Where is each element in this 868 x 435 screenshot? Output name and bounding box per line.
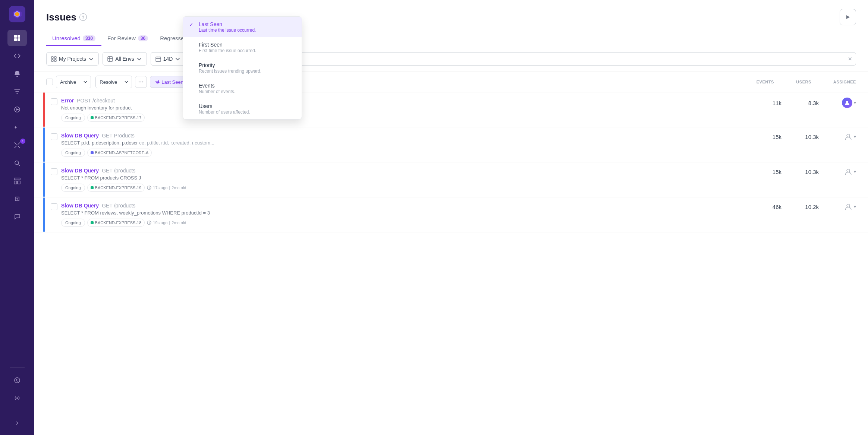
sidebar-item-explore[interactable]: [7, 155, 27, 171]
sort-option-priority[interactable]: ✓ Priority Recent issues trending upward…: [183, 58, 302, 78]
assignee-cell: ▾: [819, 98, 856, 108]
sort-option-label: Priority: [199, 62, 261, 68]
sidebar-item-code[interactable]: [7, 48, 27, 64]
issue-description: SELECT * FROM reviews, weekly_promotions…: [61, 210, 322, 216]
users-metric: 10.3k: [781, 169, 819, 175]
row-checkbox[interactable]: [51, 203, 57, 210]
my-projects-filter[interactable]: My Projects: [46, 52, 99, 66]
sidebar-item-replays[interactable]: [7, 119, 27, 136]
issue-tags: Ongoing BACKEND-EXPRESS-18 19s ago | 2mo…: [61, 219, 744, 227]
sort-option-first-seen[interactable]: ✓ First Seen First time the issue occurr…: [183, 37, 302, 58]
resolve-button[interactable]: Resolve: [96, 76, 121, 88]
issue-type: Slow DB Query: [61, 133, 99, 139]
assignee-chevron[interactable]: ▾: [854, 169, 856, 174]
table-row[interactable]: Error POST /checkout Not enough inventor…: [34, 92, 868, 127]
sort-option-users[interactable]: ✓ Users Number of users affected.: [183, 99, 302, 119]
search-clear-button[interactable]: ×: [848, 55, 852, 62]
issue-type: Slow DB Query: [61, 168, 99, 174]
sort-option-events[interactable]: ✓ Events Number of events.: [183, 78, 302, 99]
sidebar-item-releases[interactable]: [7, 191, 27, 207]
sort-option-desc: First time the issue occurred.: [199, 48, 256, 53]
svg-point-28: [141, 82, 141, 82]
issue-description: SELECT * FROM products CROSS J: [61, 175, 322, 181]
archive-dropdown-button[interactable]: [80, 76, 91, 88]
svg-marker-11: [16, 108, 19, 111]
sidebar-item-performance[interactable]: [7, 101, 27, 118]
svg-point-29: [142, 82, 143, 82]
assignee-cell: ▾: [819, 133, 856, 141]
archive-button[interactable]: Archive: [56, 76, 80, 88]
issue-metrics: 15k 10.3k ▾: [744, 133, 856, 141]
priority-bar: [43, 197, 45, 232]
sidebar-collapse-button[interactable]: [7, 417, 27, 429]
sidebar-item-crons[interactable]: 1: [7, 137, 27, 153]
project-dot: [91, 221, 94, 224]
row-checkbox[interactable]: [51, 133, 57, 140]
avatar: [842, 98, 852, 108]
sidebar-item-filter[interactable]: [7, 83, 27, 100]
sidebar: 1: [0, 0, 34, 435]
more-actions-button[interactable]: [135, 76, 147, 88]
row-checkbox[interactable]: [51, 168, 57, 175]
assignee-chevron[interactable]: ▾: [854, 204, 856, 209]
sidebar-item-dashboards[interactable]: [7, 173, 27, 189]
resolve-dropdown-button[interactable]: [121, 76, 132, 88]
project-tag: BACKEND-EXPRESS-19: [87, 184, 145, 192]
events-metric: 11k: [744, 100, 781, 106]
issue-metrics: 11k 8.3k ▾: [744, 98, 856, 108]
priority-bar: [43, 162, 45, 197]
sidebar-item-alerts[interactable]: [7, 66, 27, 82]
svg-rect-6: [18, 38, 20, 41]
column-headers: EVENTS USERS ASSIGNEE: [737, 80, 856, 84]
issue-type: Error: [61, 98, 74, 104]
period-filter[interactable]: 14D: [151, 52, 186, 66]
help-icon[interactable]: ?: [79, 13, 87, 21]
sidebar-item-help[interactable]: [7, 372, 27, 388]
issue-subtitle: GET Products: [102, 133, 135, 139]
svg-point-27: [139, 82, 139, 82]
tab-for-review[interactable]: For Review 36: [101, 31, 154, 46]
assignee-chevron[interactable]: ▾: [854, 134, 856, 139]
sidebar-item-broadcast[interactable]: [7, 390, 27, 406]
assignee-cell: ▾: [819, 168, 856, 176]
svg-rect-20: [51, 57, 53, 58]
all-envs-filter[interactable]: All Envs: [103, 52, 147, 66]
sort-option-label: Users: [199, 103, 250, 109]
select-all-checkbox[interactable]: [46, 79, 53, 85]
main-content: Issues ? Unresolved 330 For Review 36 Re…: [34, 0, 868, 435]
svg-point-18: [16, 397, 18, 399]
issue-content: Error POST /checkout Not enough inventor…: [61, 98, 744, 122]
header: Issues ? Unresolved 330 For Review 36 Re…: [34, 0, 868, 46]
page-title: Issues: [46, 12, 76, 23]
svg-rect-15: [14, 181, 17, 184]
app-logo[interactable]: [9, 6, 25, 22]
issue-content: Slow DB Query GET /products SELECT * FRO…: [61, 168, 744, 192]
row-checkbox[interactable]: [51, 98, 57, 105]
sort-option-last-seen[interactable]: ✓ Last Seen Last time the issue occurred…: [183, 17, 302, 37]
svg-point-13: [15, 161, 19, 165]
issue-subtitle: POST /checkout: [77, 98, 115, 104]
svg-rect-21: [54, 57, 56, 58]
sort-option-label: Last Seen: [199, 21, 256, 27]
col-header-assignee: ASSIGNEE: [811, 80, 856, 84]
table-row[interactable]: Slow DB Query GET Products SELECT p.id, …: [34, 127, 868, 162]
issue-type: Slow DB Query: [61, 203, 99, 209]
tab-unresolved[interactable]: Unresolved 330: [46, 31, 101, 46]
table-row[interactable]: Slow DB Query GET /products SELECT * FRO…: [34, 197, 868, 232]
priority-bar: [43, 127, 45, 162]
sidebar-item-issues[interactable]: [7, 30, 27, 46]
issue-metrics: 46k 10.2k ▾: [744, 203, 856, 211]
project-dot: [91, 151, 94, 154]
play-button[interactable]: [840, 9, 856, 25]
sidebar-item-feedback[interactable]: [7, 209, 27, 225]
table-row[interactable]: Slow DB Query GET /products SELECT * FRO…: [34, 162, 868, 197]
assignee-chevron[interactable]: ▾: [854, 100, 856, 105]
unassigned-icon: [844, 203, 852, 211]
sort-dropdown: ✓ Last Seen Last time the issue occurred…: [183, 16, 302, 120]
events-metric: 15k: [744, 169, 781, 175]
toolbar: My Projects All Envs 14D Custom Search i…: [34, 46, 868, 72]
check-icon: ✓: [189, 22, 195, 28]
time-tag: 17s ago | 2mo old: [147, 185, 186, 190]
tab-bar: Unresolved 330 For Review 36 Regressed E…: [46, 31, 856, 46]
svg-rect-25: [156, 57, 161, 61]
